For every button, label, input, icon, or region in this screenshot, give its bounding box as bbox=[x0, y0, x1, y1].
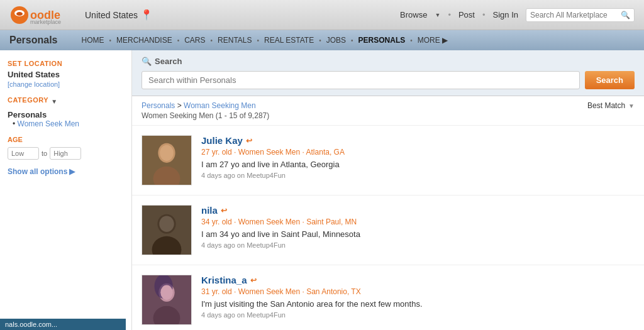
content-area: 🔍 Search Search Personals > Woman Seekin… bbox=[132, 50, 644, 330]
search-magnifier-icon: 🔍 bbox=[142, 57, 152, 66]
svg-text:marketplace: marketplace bbox=[30, 19, 61, 25]
person-silhouette-3 bbox=[142, 275, 191, 325]
main: SET LOCATION United States [change locat… bbox=[0, 50, 644, 330]
status-text: nals.oodle.com... bbox=[5, 321, 57, 328]
show-all-options[interactable]: Show all options ▶ bbox=[8, 167, 124, 176]
set-location-label: SET LOCATION bbox=[8, 60, 124, 67]
listing-info-3: Kristina_a ↩ 31 yr. old · Women Seek Men… bbox=[201, 275, 635, 325]
change-location-link[interactable]: [change location] bbox=[8, 80, 60, 88]
subcategory-item[interactable]: Women Seek Men bbox=[8, 119, 124, 128]
nav-realestate[interactable]: REAL ESTATE bbox=[259, 36, 319, 45]
listing-date-3: 4 days ago on Meetup4Fun bbox=[201, 311, 635, 319]
category-main-link: Personals bbox=[8, 110, 124, 119]
age-label: AGE bbox=[8, 136, 124, 143]
share-icon-1[interactable]: ↩ bbox=[246, 136, 252, 145]
show-all-arrow-icon: ▶ bbox=[69, 167, 75, 176]
post-link[interactable]: Post bbox=[458, 10, 475, 19]
sidebar: SET LOCATION United States [change locat… bbox=[0, 50, 132, 330]
category-dropdown-icon[interactable]: ▼ bbox=[51, 98, 57, 105]
search-button[interactable]: Search bbox=[585, 71, 635, 89]
search-input-main[interactable] bbox=[142, 71, 580, 89]
breadcrumb-current[interactable]: Woman Seeking Men bbox=[184, 101, 256, 110]
listing-item[interactable]: Kristina_a ↩ 31 yr. old · Women Seek Men… bbox=[132, 265, 644, 330]
listing-name-1: Julie Kay ↩ bbox=[201, 135, 635, 146]
thumb-placeholder-2 bbox=[142, 206, 191, 255]
listing-thumb-3 bbox=[142, 275, 192, 325]
age-high-input[interactable] bbox=[50, 147, 81, 160]
breadcrumb-left: Personals > Woman Seeking Men Women Seek… bbox=[142, 101, 269, 120]
status-bar: nals.oodle.com... bbox=[0, 319, 126, 330]
listings: Julie Kay ↩ 27 yr. old · Women Seek Men … bbox=[132, 126, 644, 330]
navbar: Personals HOME • MERCHANDISE • CARS • RE… bbox=[0, 30, 644, 50]
header-search-box[interactable]: 🔍 bbox=[526, 8, 635, 22]
listing-meta-1: 27 yr. old · Women Seek Men · Atlanta, G… bbox=[201, 148, 635, 157]
thumb-placeholder-1 bbox=[142, 136, 191, 185]
search-bar: 🔍 Search Search bbox=[132, 50, 644, 96]
listing-date-2: 4 days ago on Meetup4Fun bbox=[201, 241, 635, 249]
logo-svg: oodle marketplace bbox=[9, 5, 79, 25]
header-nav: Browse ▼ • Post • Sign In 🔍 bbox=[400, 8, 635, 22]
listing-desc-3: I'm just visiting the San Antonio area f… bbox=[201, 299, 635, 309]
nav-personals[interactable]: PERSONALS bbox=[353, 36, 411, 45]
share-icon-2[interactable]: ↩ bbox=[221, 206, 227, 215]
age-inputs: to bbox=[8, 147, 124, 160]
nav-merchandise[interactable]: MERCHANDISE bbox=[111, 36, 177, 45]
browse-link[interactable]: Browse bbox=[400, 10, 427, 19]
category-header: CATEGORY ▼ bbox=[8, 96, 124, 106]
thumb-placeholder-3 bbox=[142, 275, 191, 324]
age-to-label: to bbox=[42, 150, 47, 157]
listing-item[interactable]: nila ↩ 34 yr. old · Women Seek Men · Sai… bbox=[132, 195, 644, 265]
nav-sep-1: • bbox=[448, 10, 451, 19]
location-pin-icon: 📍 bbox=[140, 9, 153, 21]
breadcrumb: Personals > Woman Seeking Men bbox=[142, 101, 269, 110]
svg-point-17 bbox=[160, 285, 173, 300]
signin-link[interactable]: Sign In bbox=[493, 10, 518, 19]
page-title: Personals bbox=[9, 35, 57, 46]
search-row: Search bbox=[142, 71, 635, 89]
sort-control[interactable]: Best Match ▼ bbox=[587, 101, 635, 110]
nav-cars[interactable]: CARS bbox=[179, 36, 210, 45]
listing-desc-1: I am 27 yo and live in Atlanta, Georgia bbox=[201, 160, 635, 169]
header-search-icon[interactable]: 🔍 bbox=[621, 11, 630, 19]
personals-link[interactable]: Personals bbox=[8, 110, 47, 119]
header-search-input[interactable] bbox=[530, 11, 618, 19]
location-display[interactable]: United States 📍 bbox=[85, 9, 153, 21]
nav-jobs[interactable]: JOBS bbox=[321, 36, 351, 45]
nav-home[interactable]: HOME bbox=[76, 36, 109, 45]
results-count: Women Seeking Men (1 - 15 of 9,287) bbox=[142, 111, 269, 120]
age-low-input[interactable] bbox=[8, 147, 39, 160]
breadcrumb-parent[interactable]: Personals bbox=[142, 101, 175, 110]
divider-1 bbox=[8, 89, 124, 96]
listing-name-2: nila ↩ bbox=[201, 205, 635, 216]
nav-rentals[interactable]: RENTALS bbox=[213, 36, 257, 45]
listing-item[interactable]: Julie Kay ↩ 27 yr. old · Women Seek Men … bbox=[132, 126, 644, 195]
listing-meta-3: 31 yr. old · Women Seek Men · San Antoni… bbox=[201, 287, 635, 296]
show-all-text: Show all options bbox=[8, 167, 67, 176]
category-label: CATEGORY bbox=[8, 96, 48, 104]
listing-date-1: 4 days ago on Meetup4Fun bbox=[201, 172, 635, 179]
sidebar-location: United States bbox=[8, 70, 124, 79]
listing-desc-2: I am 34 yo and live in Saint Paul, Minne… bbox=[201, 229, 635, 239]
nav-links: HOME • MERCHANDISE • CARS • RENTALS • RE… bbox=[76, 36, 453, 45]
sort-arrow-icon: ▼ bbox=[628, 102, 635, 109]
logo-area: oodle marketplace bbox=[9, 5, 79, 25]
breadcrumb-area: Personals > Woman Seeking Men Women Seek… bbox=[132, 96, 644, 126]
listing-name-3: Kristina_a ↩ bbox=[201, 275, 635, 285]
header: oodle marketplace United States 📍 Browse… bbox=[0, 0, 644, 30]
breadcrumb-separator: > bbox=[177, 101, 184, 110]
search-label: 🔍 Search bbox=[142, 57, 635, 66]
listing-info-2: nila ↩ 34 yr. old · Women Seek Men · Sai… bbox=[201, 205, 635, 255]
nav-more[interactable]: MORE ▶ bbox=[413, 36, 453, 45]
listing-thumb-2 bbox=[142, 205, 192, 255]
dropdown-icon: ▼ bbox=[435, 12, 440, 18]
svg-point-8 bbox=[160, 145, 173, 161]
svg-point-12 bbox=[159, 216, 174, 232]
listing-meta-2: 34 yr. old · Women Seek Men · Saint Paul… bbox=[201, 217, 635, 226]
listing-thumb-1 bbox=[142, 135, 192, 185]
listing-info-1: Julie Kay ↩ 27 yr. old · Women Seek Men … bbox=[201, 135, 635, 185]
person-silhouette-2 bbox=[142, 205, 191, 255]
share-icon-3[interactable]: ↩ bbox=[250, 276, 257, 285]
nav-sep-2: • bbox=[482, 10, 486, 19]
location-text: United States bbox=[85, 10, 138, 20]
svg-point-2 bbox=[16, 12, 23, 16]
